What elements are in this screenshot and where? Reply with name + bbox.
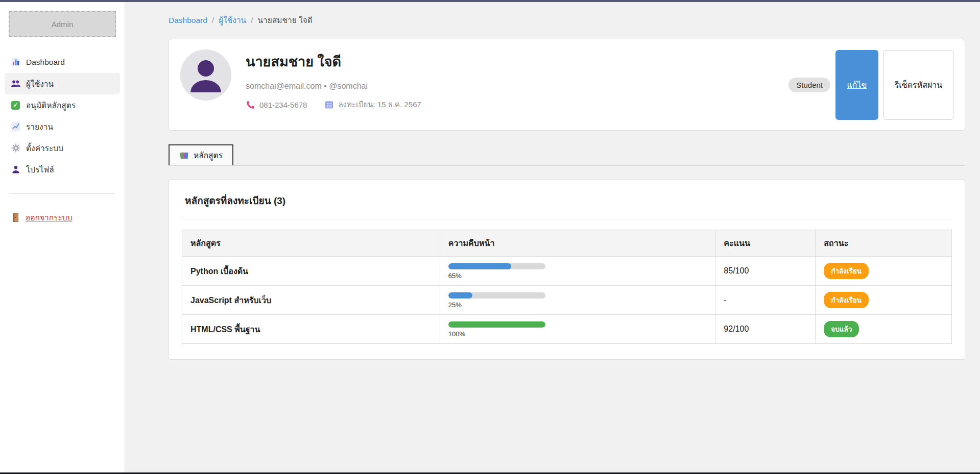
- edit-button[interactable]: แก้ไข: [835, 50, 878, 120]
- breadcrumb-current: นายสมชาย ใจดี: [258, 14, 313, 27]
- phone-item: 081-234-5678: [246, 100, 307, 110]
- status-badge: จบแล้ว: [824, 321, 859, 337]
- progress-fill: [448, 321, 545, 328]
- profile-actions: Student แก้ไข รีเซ็ตรหัสผ่าน: [788, 49, 953, 120]
- tab-label: หลักสูตร: [194, 149, 223, 162]
- status-cell: จบแล้ว: [816, 315, 952, 344]
- sidebar-item-users[interactable]: ผู้ใช้งาน: [5, 73, 120, 94]
- score-value: 85/100: [715, 257, 816, 286]
- sidebar-item-reports[interactable]: รายงาน: [5, 116, 120, 137]
- registration-date: ลงทะเบียน: 15 ธ.ค. 2567: [338, 98, 421, 111]
- col-header-course: หลักสูตร: [182, 230, 440, 257]
- top-accent-bar: [0, 0, 980, 2]
- col-header-status: สถานะ: [816, 230, 952, 257]
- courses-divider: [182, 219, 952, 219]
- tab-courses[interactable]: หลักสูตร: [169, 144, 233, 165]
- dashboard-icon: [11, 58, 20, 67]
- score-value: 92/100: [715, 315, 816, 344]
- logout-link[interactable]: ออกจากระบบ: [5, 207, 120, 228]
- courses-title: หลักสูตรที่ลงทะเบียน (3): [182, 193, 952, 208]
- progress-label: 100%: [448, 330, 707, 338]
- course-name: JavaScript สำหรับเว็บ: [182, 286, 440, 315]
- sidebar: Admin Dashboard ผู้ใช้งาน ✓ อนุมัติหลักส…: [0, 2, 125, 472]
- sidebar-item-label: โปรไฟล์: [26, 163, 54, 176]
- table-header-row: หลักสูตร ความคืบหน้า คะแนน สถานะ: [182, 230, 952, 257]
- col-header-progress: ความคืบหน้า: [440, 230, 715, 257]
- breadcrumb-users[interactable]: ผู้ใช้งาน: [219, 14, 246, 27]
- course-name: Python เบื้องต้น: [182, 257, 440, 286]
- app-logo-label: Admin: [52, 20, 74, 29]
- sidebar-item-settings[interactable]: ตั้งค่าระบบ: [5, 137, 120, 159]
- progress-bar: [448, 292, 545, 298]
- registration-item: ลงทะเบียน: 15 ธ.ค. 2567: [324, 98, 421, 111]
- phone-number: 081-234-5678: [259, 101, 307, 109]
- main-content: Dashboard / ผู้ใช้งาน / นายสมชาย ใจดี นา…: [125, 2, 980, 472]
- approve-icon: ✓: [11, 101, 20, 110]
- status-badge: กำลังเรียน: [824, 263, 869, 279]
- progress-fill: [448, 292, 473, 298]
- status-cell: กำลังเรียน: [816, 257, 952, 286]
- breadcrumb-separator: /: [251, 16, 253, 25]
- person-icon: [11, 165, 20, 174]
- table-row: HTML/CSS พื้นฐาน 100% 92/100 จบแล้ว: [182, 315, 952, 344]
- profile-meta-row: 081-234-5678 ลงทะเบียน: 15 ธ.ค. 2567: [246, 98, 788, 111]
- users-icon: [11, 79, 20, 89]
- progress-bar: [448, 321, 545, 328]
- breadcrumb-separator: /: [212, 16, 214, 25]
- sidebar-divider: [9, 193, 115, 194]
- reports-icon: [11, 122, 20, 132]
- course-name: HTML/CSS พื้นฐาน: [182, 315, 440, 344]
- progress-cell: 25%: [440, 286, 715, 315]
- user-email-handle: somchai@email.com • @somchai: [246, 82, 788, 91]
- courses-table: หลักสูตร ความคืบหน้า คะแนน สถานะ Python …: [182, 230, 952, 344]
- profile-card: นายสมชาย ใจดี somchai@email.com • @somch…: [169, 39, 965, 131]
- progress-cell: 65%: [440, 257, 715, 286]
- status-badge: กำลังเรียน: [824, 292, 869, 308]
- books-icon: [179, 151, 189, 160]
- table-row: Python เบื้องต้น 65% 85/100 กำลังเรียน: [182, 257, 952, 286]
- phone-icon: [246, 100, 255, 110]
- profile-info: นายสมชาย ใจดี somchai@email.com • @somch…: [246, 49, 788, 111]
- role-badge: Student: [788, 78, 830, 92]
- status-cell: กำลังเรียน: [816, 286, 952, 315]
- sidebar-item-label: รายงาน: [26, 120, 53, 133]
- sidebar-nav: Dashboard ผู้ใช้งาน ✓ อนุมัติหลักสูตร รา…: [0, 52, 125, 180]
- table-row: JavaScript สำหรับเว็บ 25% - กำลังเรียน: [182, 286, 952, 315]
- user-full-name: นายสมชาย ใจดี: [246, 51, 788, 72]
- courses-card: หลักสูตรที่ลงทะเบียน (3) หลักสูตร ความคื…: [169, 180, 965, 360]
- gear-icon: [11, 143, 20, 153]
- col-header-score: คะแนน: [715, 230, 816, 257]
- reset-password-button[interactable]: รีเซ็ตรหัสผ่าน: [883, 50, 953, 120]
- progress-cell: 100%: [440, 315, 715, 344]
- sidebar-item-approve[interactable]: ✓ อนุมัติหลักสูตร: [5, 94, 120, 116]
- calendar-icon: [324, 100, 334, 110]
- sidebar-item-dashboard[interactable]: Dashboard: [5, 52, 120, 73]
- sidebar-item-label: Dashboard: [26, 58, 65, 67]
- progress-label: 65%: [448, 272, 707, 280]
- app-logo: Admin: [9, 11, 116, 37]
- breadcrumb-dashboard[interactable]: Dashboard: [169, 16, 207, 25]
- door-icon: [11, 213, 20, 222]
- progress-bar: [448, 263, 545, 269]
- progress-fill: [448, 263, 512, 269]
- breadcrumb: Dashboard / ผู้ใช้งาน / นายสมชาย ใจดี: [169, 14, 965, 27]
- progress-label: 25%: [448, 301, 707, 309]
- sidebar-item-label: อนุมัติหลักสูตร: [26, 99, 76, 112]
- sidebar-item-profile[interactable]: โปรไฟล์: [5, 159, 120, 180]
- tab-bar: หลักสูตร: [169, 144, 965, 166]
- score-value: -: [715, 286, 816, 315]
- avatar: [180, 49, 231, 101]
- logout-label: ออกจากระบบ: [26, 211, 73, 224]
- sidebar-item-label: ผู้ใช้งาน: [26, 78, 54, 90]
- sidebar-item-label: ตั้งค่าระบบ: [26, 142, 63, 155]
